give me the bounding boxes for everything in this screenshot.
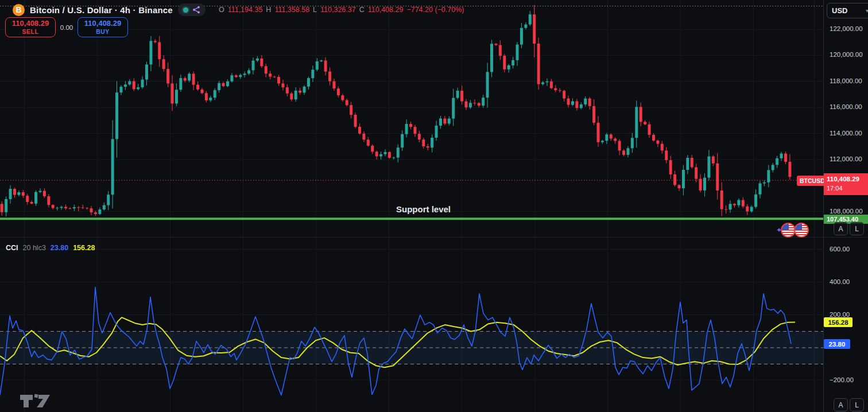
chart-header: B Bitcoin / U.S. Dollar · 4h · Binance O… (13, 3, 464, 16)
low-label: L (313, 6, 317, 14)
currency-dropdown[interactable]: USD ▾ (827, 3, 868, 18)
market-open-dot-icon (183, 7, 188, 13)
low-value: 110,326.37 (320, 6, 356, 14)
auto-scale-button-price[interactable]: A (834, 222, 848, 235)
cci-axis-tick: 400.00 (830, 278, 850, 285)
last-price-axis-label: 110,408.29 17:04 (824, 173, 868, 195)
ohlc-readout: O 111,194.35 H 111,358.58 L 110,326.37 C… (219, 6, 464, 14)
price-axis-tick: 114,000.00 (830, 130, 862, 137)
us-flag-icon[interactable] (794, 223, 809, 238)
price-axis-tick: 108,000.00 (830, 208, 863, 215)
sell-label: SELL (22, 28, 39, 35)
cci-params: 20 hlc3 (23, 244, 46, 252)
cci-signal-axis-label: 156.28 (824, 317, 852, 327)
log-scale-button-price[interactable]: L (850, 222, 864, 235)
close-value: 110,408.29 (368, 6, 404, 14)
bitcoin-icon: B (13, 4, 25, 16)
symbol-price-tag: BTCUSD (797, 176, 828, 186)
tradingview-logo[interactable] (20, 391, 55, 409)
last-price-value: 110,408.29 (827, 174, 868, 184)
share-nodes-icon[interactable] (192, 6, 200, 14)
open-label: O (219, 6, 224, 14)
price-axis-tick: 118,000.00 (830, 77, 862, 84)
chevron-down-icon: ▾ (866, 7, 868, 14)
cci-indicator-legend[interactable]: CCI 20 hlc3 23.80 156.28 (6, 244, 95, 252)
change-value: −774.20 (−0.70%) (406, 6, 464, 14)
market-status-pill[interactable] (178, 3, 206, 16)
cci-axis-tick: −200.00 (830, 376, 854, 383)
auto-scale-button-cci[interactable]: A (834, 398, 848, 411)
support-level-annotation[interactable]: Support level (396, 204, 451, 214)
flag-reactions[interactable]: ✦ (776, 223, 809, 238)
high-value: 111,358.58 (274, 6, 309, 14)
log-scale-button-cci[interactable]: L (850, 398, 864, 411)
buy-price: 110,408.29 (84, 20, 121, 28)
price-axis-tick: 120,000.00 (830, 51, 863, 58)
cci-blue-value: 23.80 (51, 244, 68, 252)
cci-title: CCI (6, 244, 18, 252)
cci-yellow-value: 156.28 (73, 244, 95, 252)
trade-panel: 110,408.29 SELL 0.00 110,408.29 BUY (5, 17, 128, 37)
open-value: 111,194.35 (228, 6, 263, 14)
price-axis[interactable]: 122,000.00120,000.00118,000.00116,000.00… (823, 0, 868, 412)
symbol-title[interactable]: Bitcoin / U.S. Dollar · 4h · Binance (30, 5, 173, 15)
price-axis-tick: 122,000.00 (830, 25, 863, 32)
close-label: C (359, 6, 365, 14)
sell-price: 110,408.29 (12, 20, 49, 28)
high-label: H (266, 6, 271, 14)
cci-axis-tick: 600.00 (830, 246, 850, 252)
tradingview-chart-app: { "header": { "title": "Bitcoin / U.S. D… (0, 0, 868, 412)
buy-label: BUY (96, 28, 110, 35)
currency-value: USD (832, 6, 847, 15)
sell-button[interactable]: 110,408.29 SELL (5, 17, 56, 37)
buy-button[interactable]: 110,408.29 BUY (78, 17, 128, 37)
price-axis-tick: 116,000.00 (830, 103, 862, 110)
spread-value: 0.00 (56, 24, 78, 31)
price-axis-tick: 112,000.00 (830, 156, 862, 162)
cci-value-axis-label: 23.80 (824, 339, 850, 349)
bar-countdown: 17:04 (827, 184, 868, 193)
